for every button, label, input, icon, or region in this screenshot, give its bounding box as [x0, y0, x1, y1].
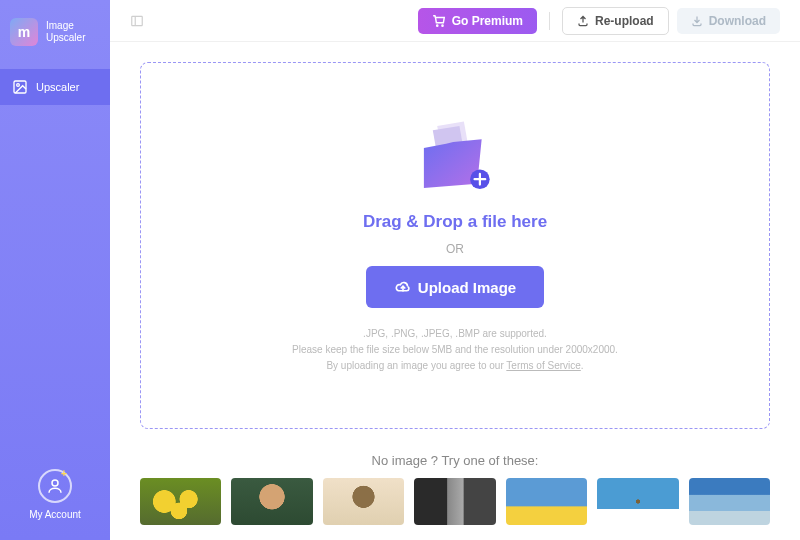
go-premium-button[interactable]: Go Premium [418, 8, 537, 34]
reupload-button[interactable]: Re-upload [562, 7, 669, 35]
sample-thumb[interactable] [689, 478, 770, 525]
logo[interactable]: m Image Upscaler [0, 10, 110, 54]
divider [549, 12, 550, 30]
logo-icon: m [10, 18, 38, 46]
svg-point-6 [442, 25, 443, 26]
samples-title: No image ? Try one of these: [110, 453, 800, 468]
app-name: Image Upscaler [46, 20, 85, 44]
topbar: Go Premium Re-upload Download [110, 0, 800, 42]
sample-thumb[interactable] [506, 478, 587, 525]
sample-thumb[interactable] [414, 478, 495, 525]
cloud-upload-icon [394, 278, 412, 296]
sample-thumb[interactable] [323, 478, 404, 525]
sample-thumb[interactable] [597, 478, 678, 525]
svg-rect-3 [132, 16, 143, 25]
upscaler-icon [12, 79, 28, 95]
account-label: My Account [29, 509, 81, 520]
upload-image-button[interactable]: Upload Image [366, 266, 544, 308]
dropzone[interactable]: Drag & Drop a file here OR Upload Image … [140, 62, 770, 429]
collapse-icon[interactable] [130, 14, 144, 28]
sidebar-item-label: Upscaler [36, 81, 79, 93]
sidebar-item-upscaler[interactable]: Upscaler [0, 69, 110, 105]
upload-icon [577, 15, 589, 27]
svg-point-1 [17, 84, 20, 87]
svg-point-5 [436, 25, 437, 26]
samples-row [110, 478, 800, 540]
content: Drag & Drop a file here OR Upload Image … [110, 42, 800, 439]
download-button[interactable]: Download [677, 8, 780, 34]
cart-icon [432, 14, 446, 28]
download-icon [691, 15, 703, 27]
sample-thumb[interactable] [140, 478, 221, 525]
folder-icon [410, 117, 500, 197]
avatar: + [38, 469, 72, 503]
sidebar: m Image Upscaler Upscaler + My Account [0, 0, 110, 540]
plus-badge-icon: + [61, 468, 73, 480]
dropzone-or: OR [446, 242, 464, 256]
dropzone-notes: .JPG, .PNG, .JPEG, .BMP are supported. P… [292, 326, 618, 374]
dropzone-title: Drag & Drop a file here [363, 212, 547, 232]
main: Go Premium Re-upload Download [110, 0, 800, 540]
tos-link[interactable]: Terms of Service [506, 360, 580, 371]
account-section[interactable]: + My Account [0, 449, 110, 540]
sample-thumb[interactable] [231, 478, 312, 525]
svg-point-2 [52, 480, 58, 486]
